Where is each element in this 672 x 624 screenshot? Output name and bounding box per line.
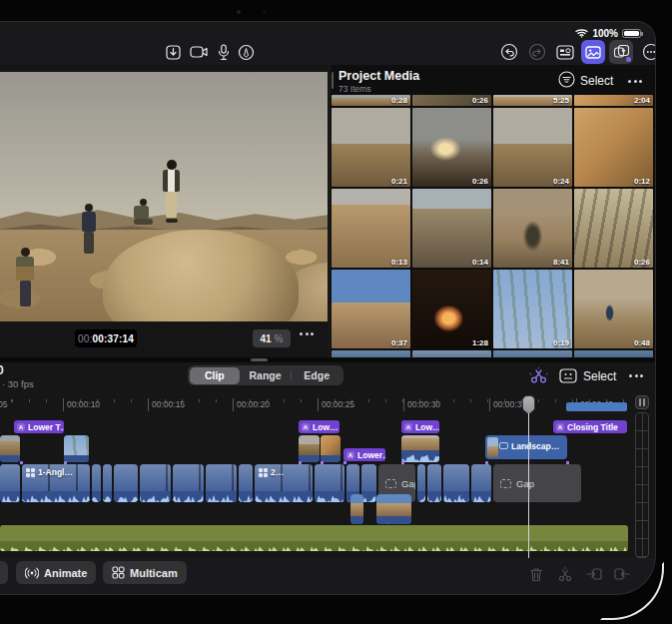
waveform	[206, 494, 237, 502]
clip-waveform	[206, 491, 237, 502]
media-item-count: 73 Items	[338, 84, 371, 94]
inspector-button[interactable]	[553, 40, 577, 64]
connected-clip-below[interactable]	[350, 494, 363, 524]
playhead-pin[interactable]	[522, 395, 535, 414]
video-clip[interactable]	[206, 464, 237, 502]
title-badge-icon: A	[556, 423, 564, 431]
title-clip[interactable]: ALow…	[299, 420, 339, 433]
filter-button[interactable]	[558, 71, 575, 92]
video-preview[interactable]	[0, 72, 328, 321]
media-item[interactable]: 0:21	[332, 108, 410, 187]
segment-edge[interactable]: Edge	[292, 367, 342, 384]
playhead[interactable]	[522, 395, 536, 558]
media-item[interactable]: 0:26	[412, 95, 491, 106]
media-item[interactable]: 1:28	[412, 270, 491, 348]
waveform	[114, 494, 138, 502]
viewer-more-button[interactable]	[300, 332, 314, 335]
timecode-display[interactable]: 00:00:37:14	[75, 329, 137, 347]
video-clip[interactable]	[173, 464, 204, 502]
clip-base	[299, 455, 320, 462]
media-more-button[interactable]	[628, 80, 642, 83]
import-button[interactable]	[161, 40, 185, 64]
title-clip[interactable]: ALower…	[343, 448, 385, 461]
animate-button[interactable]: Animate	[16, 561, 96, 584]
title-clip[interactable]: AClosing Title	[553, 420, 627, 433]
gap-clip-label: Gap	[401, 478, 415, 489]
media-item[interactable]: 0:26	[574, 189, 653, 268]
video-clip[interactable]	[443, 464, 469, 502]
clip-thumbnail	[376, 494, 411, 516]
media-item[interactable]: 0:12	[574, 108, 653, 187]
delete-button[interactable]	[527, 565, 545, 583]
video-clip[interactable]	[315, 464, 344, 502]
timeline-select-button[interactable]: Select	[583, 369, 616, 383]
export-button[interactable]	[609, 40, 633, 64]
media-item[interactable]: 0:14	[412, 189, 491, 268]
connected-clip[interactable]	[299, 435, 320, 462]
video-clip[interactable]: 1-Angl…	[22, 464, 90, 502]
redo-button[interactable]	[525, 40, 549, 64]
record-video-button[interactable]	[187, 40, 211, 64]
media-item[interactable]: 5:25	[493, 95, 572, 106]
filter-icon	[558, 71, 575, 88]
clip-filmstrip	[140, 464, 171, 491]
waveform	[417, 494, 425, 502]
connected-clip-below[interactable]	[376, 494, 411, 524]
draw-button[interactable]	[234, 40, 258, 64]
video-clip[interactable]: 2…	[255, 464, 313, 502]
gap-clip-icon	[385, 479, 396, 488]
video-clip[interactable]	[417, 464, 425, 502]
blade-tool-button[interactable]	[527, 365, 549, 385]
media-item[interactable]: 0:13	[332, 189, 410, 268]
zoom-level-control[interactable]: 41 %	[253, 329, 291, 347]
more-button[interactable]	[639, 40, 655, 64]
video-clip[interactable]	[239, 464, 253, 502]
media-item[interactable]: 0:28	[332, 95, 410, 106]
gap-clip[interactable]: Gap	[493, 464, 581, 502]
video-clip[interactable]	[103, 464, 112, 502]
edge-partial-button[interactable]	[0, 561, 8, 584]
timeline-more-button[interactable]	[629, 374, 643, 377]
clip-filmstrip	[206, 464, 237, 491]
connected-clip[interactable]	[401, 435, 439, 462]
timeline-vertical-scrollbar[interactable]	[634, 395, 650, 558]
video-clip[interactable]	[0, 464, 20, 502]
video-clip[interactable]	[114, 464, 138, 502]
video-clip[interactable]	[427, 464, 441, 502]
clip-filmstrip	[173, 464, 204, 491]
title-clip[interactable]: ALower T…	[14, 420, 64, 433]
battery-percent: 100%	[592, 28, 618, 39]
media-item[interactable]: 0:26	[412, 108, 491, 187]
connected-clip[interactable]	[321, 435, 340, 462]
ruler-timecode-label: 00:00:35	[489, 398, 526, 411]
ruler-timecode-label: 00:00:30	[403, 398, 440, 411]
split-clip-button[interactable]	[556, 565, 574, 583]
media-select-button[interactable]: Select	[580, 74, 613, 88]
media-item[interactable]: 0:19	[493, 270, 572, 348]
video-clip[interactable]	[361, 464, 376, 502]
media-browser-button[interactable]	[581, 40, 605, 64]
scrollbar-handle[interactable]	[635, 395, 649, 409]
connected-clip-bar[interactable]	[566, 402, 627, 411]
undo-button[interactable]	[497, 40, 521, 64]
media-item[interactable]: 2:04	[574, 95, 653, 106]
connected-clip[interactable]	[64, 435, 89, 462]
clip-appearance-button[interactable]	[557, 365, 579, 385]
title-clip[interactable]: ALow…	[401, 420, 439, 433]
video-clip[interactable]	[92, 464, 101, 502]
project-name: 0	[0, 363, 4, 377]
connected-clip[interactable]	[0, 435, 20, 462]
multicam-button[interactable]: Multicam	[103, 561, 187, 584]
media-item[interactable]: 0:24	[493, 108, 572, 187]
video-clip[interactable]	[140, 464, 171, 502]
video-clip[interactable]	[471, 464, 491, 502]
divider-drag-handle[interactable]	[251, 358, 268, 361]
redo-icon	[528, 43, 546, 61]
media-item[interactable]: 8:41	[493, 189, 572, 268]
segment-clip[interactable]: Clip	[190, 367, 241, 384]
media-item[interactable]: 0:48	[574, 270, 653, 348]
waveform	[255, 494, 313, 502]
record-audio-button[interactable]	[212, 40, 236, 64]
segment-range[interactable]: Range	[240, 367, 291, 384]
media-item[interactable]: 0:37	[332, 270, 410, 348]
